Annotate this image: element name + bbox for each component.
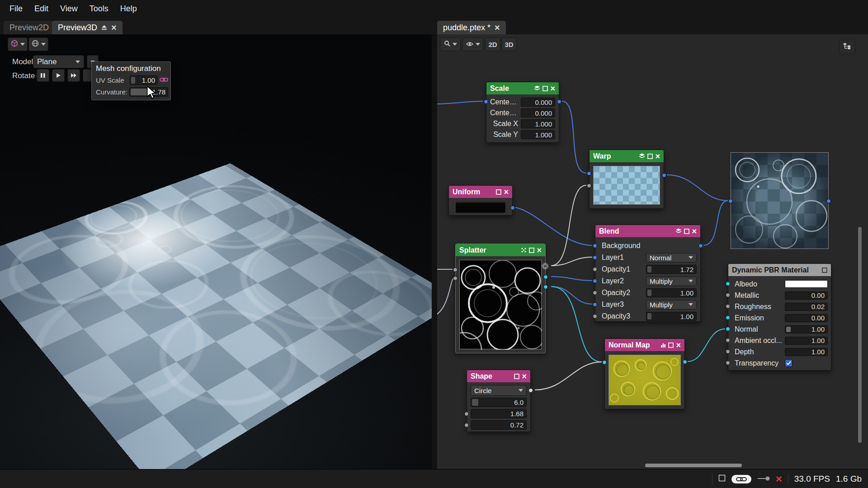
node-header[interactable]: Scale × [486,82,559,94]
input-port[interactable] [587,183,591,188]
blend-mode-select[interactable]: Multiply [646,300,697,310]
param-input[interactable]: 1.00 [646,288,697,297]
zoom-tool-button[interactable] [440,38,461,51]
param-input[interactable]: 0.00 [785,314,828,322]
node-normal-map[interactable]: Normal Map × [604,338,685,409]
input-port[interactable] [593,302,597,307]
fast-forward-button[interactable] [67,69,80,82]
output-port[interactable] [543,285,548,289]
output-port[interactable] [826,199,831,203]
preview-icon[interactable] [684,229,689,234]
normal-map-texture-preview[interactable] [609,355,681,405]
slider-grab-handle[interactable] [647,313,651,319]
uv-scale-input[interactable]: 1.00 [130,75,158,85]
param-input[interactable]: 1.00 [646,312,697,321]
output-port[interactable] [543,275,548,279]
input-port[interactable] [484,99,488,104]
node-scale[interactable]: Scale × Center X 0.000 Center Y 0.000 Sc… [486,82,559,143]
node-header[interactable]: Normal Map × [605,339,684,351]
model-select[interactable]: Plane [33,55,84,68]
menu-file[interactable]: File [4,2,28,16]
node-shape[interactable]: Shape × Circle 6.0 1.68 0.72 [467,370,531,432]
play-button[interactable] [52,69,65,82]
input-port[interactable] [593,314,597,319]
output-port[interactable] [683,360,687,364]
close-icon[interactable]: × [655,152,660,160]
param-input[interactable]: 1.00 [785,348,828,356]
pause-button[interactable] [37,69,49,82]
slider-grab-handle[interactable] [472,399,478,406]
param-input[interactable]: 1.68 [471,409,527,418]
mini-slider[interactable] [757,475,770,483]
menu-tools[interactable]: Tools [84,2,114,16]
close-icon[interactable]: × [537,246,542,254]
tab-preview2d[interactable]: Preview2D [4,21,55,34]
albedo-color-swatch[interactable] [785,280,828,288]
menu-view[interactable]: View [54,2,84,16]
slider-grab-handle[interactable] [647,290,651,296]
input-port[interactable] [464,423,469,427]
node-splatter[interactable]: Splatter × [455,244,546,353]
param-input[interactable]: 6.0 [471,398,527,407]
node-blend[interactable]: Blend × Background Layer1 Normal Opacity… [595,225,701,322]
param-input[interactable]: 0.02 [785,303,828,311]
param-input[interactable]: 1.000 [521,130,555,139]
input-port[interactable] [726,282,730,286]
tab-graph-puddle[interactable]: puddle.ptex * × [437,21,506,34]
color-swatch[interactable] [456,202,505,213]
menu-edit[interactable]: Edit [28,2,54,16]
input-port[interactable] [593,291,597,295]
buffer-icon[interactable] [675,228,682,234]
view-2d-button[interactable]: 2D [485,38,500,51]
vertical-scrollbar[interactable] [858,227,862,443]
input-port[interactable] [453,267,458,272]
node-header[interactable]: Blend × [595,225,700,237]
slider-grab-handle[interactable] [786,327,791,332]
close-icon[interactable]: × [692,227,697,235]
close-icon[interactable]: × [522,372,527,380]
output-port[interactable] [528,388,533,393]
preview-3d-pane[interactable]: Model Plane Rotate Mesh configuration UV… [0,34,432,469]
environment-button[interactable] [28,38,48,51]
output-port[interactable] [698,244,703,248]
output-port[interactable] [542,263,548,269]
preview-icon[interactable] [668,343,674,348]
error-indicator-icon[interactable]: × [776,474,782,484]
preview-icon[interactable] [542,86,548,91]
input-port[interactable] [726,304,730,309]
param-input[interactable]: 0.72 [471,420,527,430]
eject-icon[interactable] [101,23,107,33]
input-port[interactable] [726,338,730,343]
input-port[interactable] [453,276,458,281]
input-port[interactable] [464,412,469,416]
node-pbr-material[interactable]: Dynamic PBR Material Albedo Metallic 0.0… [728,263,831,371]
close-tab-icon[interactable]: × [111,23,117,32]
input-port[interactable] [726,315,730,320]
preview-icon[interactable] [647,154,653,159]
slider-grab-handle[interactable] [131,77,135,84]
slider-grab-handle[interactable] [647,266,651,272]
input-port[interactable] [726,293,730,297]
param-input[interactable]: 0.00 [785,291,828,300]
close-tab-icon[interactable]: × [495,23,500,32]
input-port[interactable] [593,279,597,283]
param-input[interactable]: 0.000 [521,98,555,107]
preview-icon[interactable] [514,374,519,379]
blend-mode-select[interactable]: Normal [646,253,697,263]
tab-preview3d[interactable]: Preview3D × [52,21,123,34]
input-port[interactable] [726,361,730,365]
output-port[interactable] [662,173,666,178]
node-header[interactable]: Uniform × [449,186,512,198]
transparency-checkbox[interactable] [785,359,793,367]
input-port[interactable] [593,255,597,260]
input-port[interactable] [728,199,733,203]
input-port[interactable] [726,327,730,331]
horizontal-scrollbar[interactable] [645,464,742,467]
hierarchy-panel-button[interactable] [839,40,855,54]
warp-texture-preview[interactable] [593,166,660,205]
param-input[interactable]: 1.000 [521,119,555,128]
preview-icon[interactable] [822,267,827,273]
input-port[interactable] [726,349,730,354]
close-icon[interactable]: × [504,188,509,196]
pane-splitter[interactable] [432,34,437,469]
